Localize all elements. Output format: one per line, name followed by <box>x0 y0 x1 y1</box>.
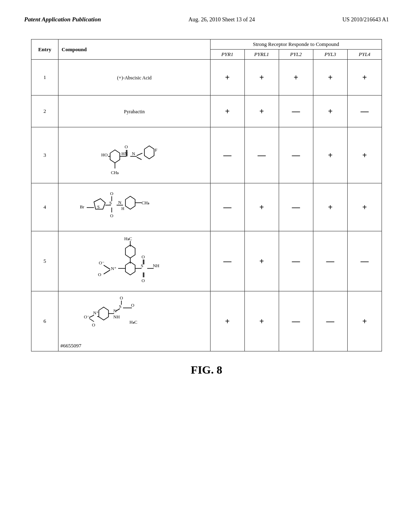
row4-pyl4: + <box>347 183 382 231</box>
row5-pyrl1: + <box>244 231 279 291</box>
compound-4: Br S S O O <box>58 183 210 231</box>
row6-pyr1: + <box>210 291 244 351</box>
row3-pyl2: — <box>279 127 313 183</box>
col-pyrl1: PYRL1 <box>244 50 279 60</box>
svg-line-10 <box>137 157 142 160</box>
entry-5: 5 <box>31 231 58 291</box>
svg-marker-36 <box>125 245 135 258</box>
row3-pyl4: + <box>347 127 382 183</box>
svg-text:O⁻: O⁻ <box>99 260 104 265</box>
page-header: Patent Application Publication Aug. 26, … <box>24 16 389 23</box>
col-pyl4: PYL4 <box>347 50 382 60</box>
publication-number: US 2010/216643 A1 <box>342 17 389 23</box>
svg-text:NH: NH <box>153 263 159 268</box>
svg-text:O: O <box>92 322 95 327</box>
table-row: 6 O⁻ N⁺ O <box>31 291 382 351</box>
svg-text:O: O <box>98 272 101 277</box>
row3-pyr1: — <box>210 127 244 183</box>
svg-text:O: O <box>110 191 113 196</box>
receptor-group-header: Strong Receptor Responde to Compound <box>210 39 382 50</box>
entry-4: 4 <box>31 183 58 231</box>
row1-pyl2: + <box>279 60 313 96</box>
svg-line-61 <box>97 316 99 317</box>
row6-pyl4: + <box>347 291 382 351</box>
row1-pyl4: + <box>347 60 382 96</box>
svg-text:(+)-Abscisic Acid: (+)-Abscisic Acid <box>117 75 152 81</box>
row3-pyl3: + <box>313 127 347 183</box>
entry-col-header: Entry <box>31 39 58 60</box>
row5-pyl4: — <box>347 231 382 291</box>
row1-pyr1: + <box>210 60 244 96</box>
svg-text:CH₃: CH₃ <box>111 170 119 175</box>
svg-text:CH₃: CH₃ <box>142 200 149 205</box>
compound-3-structure: HO HN N <box>86 129 183 181</box>
row6-pyl2: — <box>279 291 313 351</box>
compound-2-structure: Pyrabactin <box>94 97 175 125</box>
svg-line-43 <box>104 270 110 274</box>
svg-text:O: O <box>142 254 145 259</box>
row2-pyrl1: + <box>244 96 279 127</box>
svg-text:O: O <box>110 213 113 218</box>
table-row: 3 HO HN <box>31 127 382 183</box>
receptor-header-row: Entry Compound Strong Receptor Responde … <box>31 39 382 50</box>
svg-text:O⁻: O⁻ <box>84 314 90 319</box>
table-row: 2 Pyrabactin + + — + — <box>31 96 382 127</box>
svg-marker-2 <box>110 150 120 163</box>
row2-pyl4: — <box>347 96 382 127</box>
table-row: 1 (+)-Abscisic Acid + + + + + <box>31 60 382 96</box>
row1-pyrl1: + <box>244 60 279 96</box>
svg-text:HO: HO <box>101 152 108 157</box>
svg-marker-60 <box>99 307 108 320</box>
row6-pyl3: — <box>313 291 347 351</box>
svg-text:O: O <box>131 303 134 308</box>
table-row: 5 H₃C <box>31 231 382 291</box>
svg-text:F: F <box>155 148 157 152</box>
svg-text:NH: NH <box>113 314 120 319</box>
row6-pyrl1: + <box>244 291 279 351</box>
row4-pyrl1: + <box>244 183 279 231</box>
svg-marker-11 <box>144 146 154 159</box>
svg-text:Pyrabactin: Pyrabactin <box>124 109 144 114</box>
entry-1: 1 <box>31 60 58 96</box>
svg-line-58 <box>89 318 94 322</box>
entry-2: 2 <box>31 96 58 127</box>
col-pyr1: PYR1 <box>210 50 244 60</box>
row2-pyr1: + <box>210 96 244 127</box>
svg-text:O: O <box>142 278 145 283</box>
row4-pyr1: — <box>210 183 244 231</box>
row2-pyl2: — <box>279 96 313 127</box>
compound-col-header: Compound <box>58 39 210 60</box>
compound-1: (+)-Abscisic Acid <box>58 60 210 96</box>
svg-text:H: H <box>121 206 124 211</box>
table-row: 4 Br S S <box>31 183 382 231</box>
compound-4-structure: Br S S O O <box>78 185 191 229</box>
row1-pyl3: + <box>313 60 347 96</box>
compound-2: Pyrabactin <box>58 96 210 127</box>
data-table: Entry Compound Strong Receptor Responde … <box>31 39 382 351</box>
compound-6: O⁻ N⁺ O N <box>58 291 210 351</box>
svg-text:S: S <box>109 200 112 205</box>
page: Patent Application Publication Aug. 26, … <box>0 0 413 532</box>
svg-marker-38 <box>125 262 135 275</box>
publication-title: Patent Application Publication <box>24 16 101 23</box>
row4-pyl2: — <box>279 183 313 231</box>
row5-pyl3: — <box>313 231 347 291</box>
publication-date-sheet: Aug. 26, 2010 Sheet 13 of 24 <box>188 17 255 23</box>
row4-pyl3: + <box>313 183 347 231</box>
svg-text:H₃C: H₃C <box>129 320 137 324</box>
figure-container: Entry Compound Strong Receptor Responde … <box>24 39 389 376</box>
svg-marker-31 <box>125 196 135 209</box>
svg-text:S: S <box>97 204 100 209</box>
svg-text:N⁺: N⁺ <box>93 310 99 315</box>
svg-text:N: N <box>132 151 135 156</box>
svg-text:H₃C: H₃C <box>124 236 132 241</box>
compound-5-structure: H₃C N⁺ O⁻ <box>78 233 191 289</box>
entry-6: 6 <box>31 291 58 351</box>
compound-6-name: #6655097 <box>60 343 208 349</box>
svg-text:O: O <box>125 144 128 149</box>
row5-pyr1: — <box>210 231 244 291</box>
compound-5: H₃C N⁺ O⁻ <box>58 231 210 291</box>
row5-pyl2: — <box>279 231 313 291</box>
figure-label: FIG. 8 <box>191 364 222 376</box>
compound-3: HO HN N <box>58 127 210 183</box>
